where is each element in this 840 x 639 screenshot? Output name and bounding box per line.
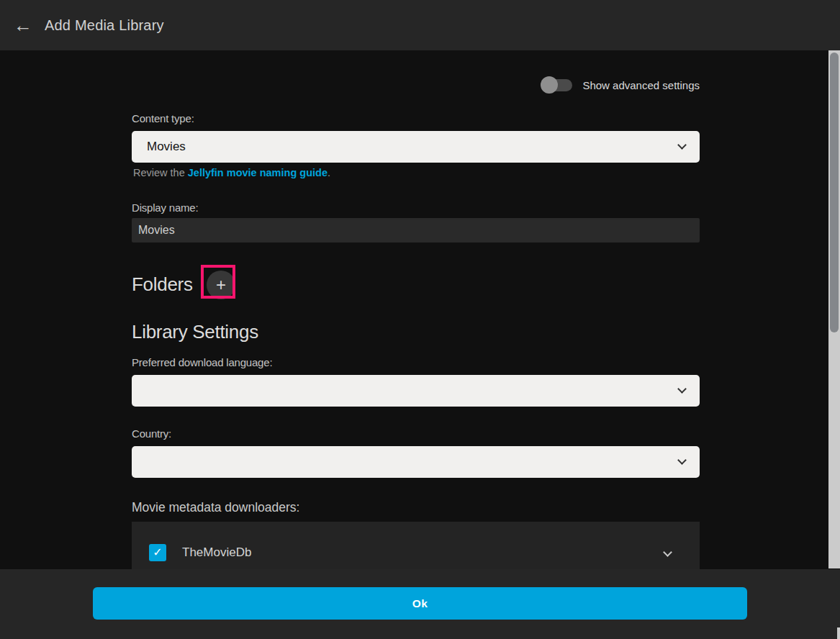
- plus-icon: +: [216, 275, 226, 294]
- chevron-down-icon: [677, 384, 687, 394]
- themoviedb-checkbox[interactable]: ✓: [149, 544, 166, 561]
- display-name-label: Display name:: [132, 201, 198, 214]
- dialog-footer: Ok: [0, 569, 840, 639]
- advanced-settings-row: Show advanced settings: [132, 75, 700, 95]
- folders-heading: Folders: [132, 273, 193, 296]
- library-settings-heading: Library Settings: [132, 321, 258, 343]
- helper-prefix: Review the: [133, 167, 188, 178]
- chevron-down-icon[interactable]: [663, 548, 672, 557]
- scrollbar-corner: [837, 627, 840, 639]
- preferred-language-label: Preferred download language:: [132, 356, 272, 368]
- arrow-left-icon: ←: [14, 14, 32, 36]
- country-label: Country:: [132, 427, 171, 440]
- content-type-value: Movies: [147, 140, 186, 154]
- chevron-down-icon: [677, 140, 687, 150]
- content-type-select[interactable]: Movies: [132, 131, 700, 163]
- show-advanced-settings-label: Show advanced settings: [582, 79, 700, 91]
- content-type-label: Content type:: [132, 112, 194, 124]
- ok-button[interactable]: Ok: [93, 587, 747, 620]
- chevron-down-icon: [677, 456, 687, 465]
- scrollbar[interactable]: [828, 50, 840, 568]
- scrollbar-thumb[interactable]: [830, 53, 839, 332]
- check-icon: ✓: [153, 546, 162, 558]
- app-header: ← Add Media Library: [0, 0, 840, 50]
- display-name-input[interactable]: [132, 218, 700, 243]
- naming-guide-link[interactable]: Jellyfin movie naming guide: [188, 167, 328, 178]
- add-folder-button[interactable]: +: [207, 271, 235, 299]
- metadata-downloader-row: ✓ TheMovieDb: [132, 522, 700, 569]
- add-media-library-page: ← Add Media Library Show advanced settin…: [0, 0, 840, 639]
- naming-guide-helper: Review the Jellyfin movie naming guide.: [133, 167, 330, 178]
- page-title: Add Media Library: [45, 17, 164, 34]
- metadata-downloaders-label: Movie metadata downloaders:: [132, 500, 299, 515]
- helper-suffix: .: [328, 167, 330, 178]
- show-advanced-settings-toggle[interactable]: [541, 76, 574, 94]
- preferred-language-select[interactable]: [132, 375, 700, 407]
- back-button[interactable]: ←: [7, 9, 39, 41]
- country-select[interactable]: [132, 446, 700, 478]
- themoviedb-label: TheMovieDb: [182, 545, 251, 560]
